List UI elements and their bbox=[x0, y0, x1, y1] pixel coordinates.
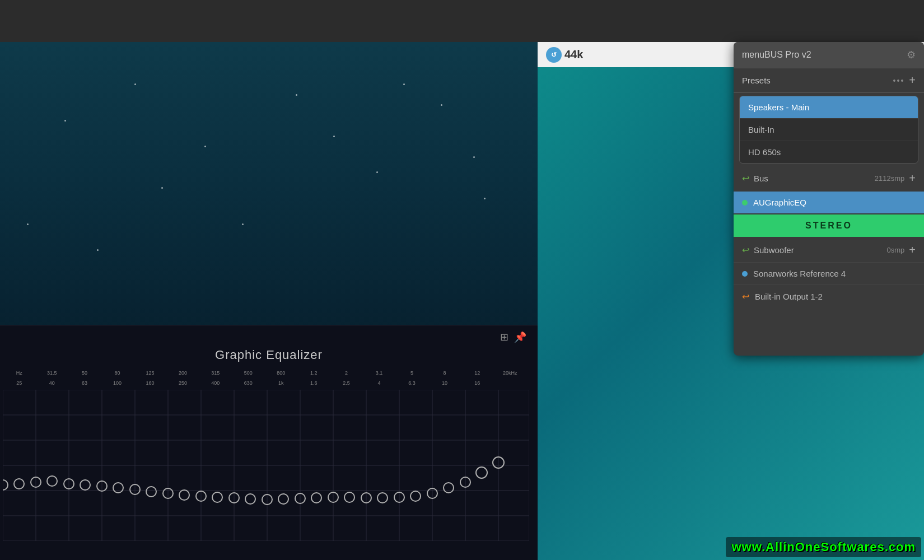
preset-item-speakers-main[interactable]: Speakers - Main bbox=[740, 96, 918, 119]
freq-label: 160 bbox=[134, 380, 166, 386]
piano-icon[interactable]: ⊞ bbox=[500, 331, 508, 343]
builtin-output-icon: ↩ bbox=[742, 291, 749, 302]
bus-left: ↩ Bus bbox=[742, 173, 768, 184]
sonarworks-row[interactable]: Sonarworks Reference 4 bbox=[734, 262, 924, 284]
sample-rate: 44k bbox=[564, 48, 583, 61]
freq-label-20k: 20kHz bbox=[494, 370, 526, 376]
svg-point-47 bbox=[377, 493, 388, 503]
svg-point-37 bbox=[212, 492, 222, 502]
svg-point-41 bbox=[278, 494, 288, 504]
freq-label: 1.6 bbox=[297, 380, 330, 386]
eq-panel: ⊞ 📌 Graphic Equalizer Hz 31.5 50 80 125 … bbox=[0, 325, 538, 560]
freq-label: 80 bbox=[101, 370, 133, 376]
freq-label: 1k bbox=[265, 380, 297, 386]
star bbox=[97, 249, 99, 251]
preset-list: Speakers - Main Built-In HD 650s bbox=[739, 96, 918, 164]
dots-icon[interactable]: ••• bbox=[893, 76, 905, 85]
freq-label: 25 bbox=[3, 380, 35, 386]
eq-svg bbox=[3, 390, 529, 541]
menu-bar bbox=[0, 0, 924, 42]
augraphic-label: AUGraphicEQ bbox=[753, 198, 806, 207]
plugin-window: ⊞ 📌 Graphic Equalizer Hz 31.5 50 80 125 … bbox=[0, 42, 538, 560]
star bbox=[484, 198, 486, 199]
add-preset-icon[interactable]: + bbox=[909, 74, 916, 87]
svg-point-31 bbox=[113, 483, 123, 493]
freq-label: 10 bbox=[428, 380, 461, 386]
add-bus-icon[interactable]: + bbox=[909, 172, 916, 185]
svg-point-33 bbox=[146, 487, 156, 497]
freq-label: 50 bbox=[68, 370, 101, 376]
stereo-label: STEREO bbox=[805, 221, 852, 230]
star bbox=[441, 104, 442, 106]
svg-point-53 bbox=[476, 467, 487, 478]
preset-item-hd650s[interactable]: HD 650s bbox=[740, 141, 918, 163]
freq-label: 63 bbox=[68, 380, 101, 386]
freq-label: 2.5 bbox=[330, 380, 362, 386]
star bbox=[242, 223, 244, 225]
augraphiceq-row[interactable]: AUGraphicEQ bbox=[734, 192, 924, 213]
eq-toolbar: ⊞ 📌 bbox=[500, 331, 526, 343]
watermark: www.AllinOneSoftwares.com bbox=[726, 537, 921, 557]
menubus-panel: menuBUS Pro v2 ⚙ Presets ••• + Speakers … bbox=[734, 42, 924, 356]
svg-point-35 bbox=[179, 490, 189, 500]
preset-label: Built-In bbox=[748, 125, 774, 134]
freq-label: 12 bbox=[461, 370, 493, 376]
subwoofer-row: ↩ Subwoofer 0smp + bbox=[734, 238, 924, 262]
star bbox=[27, 223, 29, 225]
freq-label: 3.1 bbox=[363, 370, 395, 376]
builtin-output-label: Built-in Output 1-2 bbox=[755, 292, 823, 301]
presets-actions: ••• + bbox=[893, 74, 916, 87]
freq-labels-bottom: 25 40 63 100 160 250 400 630 1k 1.6 2.5 … bbox=[0, 377, 526, 389]
eq-grid bbox=[3, 390, 529, 541]
eq-title: Graphic Equalizer bbox=[0, 348, 538, 362]
freq-label: 630 bbox=[232, 380, 264, 386]
star bbox=[473, 156, 475, 158]
watermark-text: www.AllinOneSoftwares.com bbox=[731, 540, 916, 554]
preset-item-builtin[interactable]: Built-In bbox=[740, 119, 918, 141]
bus-row: ↩ Bus 2112smp + bbox=[734, 166, 924, 190]
svg-point-27 bbox=[47, 476, 57, 486]
pin-icon[interactable]: 📌 bbox=[514, 331, 526, 343]
subwoofer-smp: 0smp bbox=[887, 246, 905, 254]
preset-label: Speakers - Main bbox=[748, 102, 809, 112]
panel-header: menuBUS Pro v2 ⚙ bbox=[734, 42, 924, 68]
bus-right: 2112smp + bbox=[875, 172, 916, 185]
svg-point-51 bbox=[444, 483, 454, 493]
freq-label: 8 bbox=[428, 370, 461, 376]
freq-label: 800 bbox=[265, 370, 297, 376]
panel-title: menuBUS Pro v2 bbox=[742, 50, 811, 60]
freq-label: 100 bbox=[101, 380, 133, 386]
freq-label: 250 bbox=[166, 380, 199, 386]
freq-label: 31.5 bbox=[35, 370, 68, 376]
svg-point-29 bbox=[80, 480, 90, 490]
freq-label: 200 bbox=[166, 370, 199, 376]
preset-label: HD 650s bbox=[748, 147, 781, 157]
add-subwoofer-icon[interactable]: + bbox=[909, 244, 916, 256]
star bbox=[134, 83, 136, 85]
sonarworks-status-dot bbox=[742, 271, 748, 277]
bus-icon: ↩ bbox=[742, 173, 749, 184]
settings-icon[interactable]: ⚙ bbox=[907, 49, 916, 61]
freq-label: 315 bbox=[199, 370, 232, 376]
freq-label: 1.2 bbox=[297, 370, 330, 376]
freq-label-hz: Hz bbox=[3, 370, 35, 376]
svg-point-45 bbox=[344, 492, 354, 502]
svg-point-24 bbox=[3, 480, 8, 490]
freq-label: 6.3 bbox=[395, 380, 428, 386]
svg-point-49 bbox=[410, 491, 421, 501]
stereo-row[interactable]: STEREO bbox=[734, 214, 924, 237]
star bbox=[333, 136, 335, 137]
top-strip-left: ↺ 44k bbox=[546, 47, 583, 63]
builtin-output-row[interactable]: ↩ Built-in Output 1-2 bbox=[734, 284, 924, 308]
bus-label[interactable]: Bus bbox=[754, 174, 768, 183]
audio-icon: ↺ bbox=[546, 47, 562, 63]
star bbox=[161, 187, 163, 189]
freq-label: 400 bbox=[199, 380, 232, 386]
subwoofer-icon: ↩ bbox=[742, 245, 749, 255]
freq-labels-top: Hz 31.5 50 80 125 200 315 500 800 1.2 2 … bbox=[0, 367, 526, 379]
subwoofer-label[interactable]: Subwoofer bbox=[754, 245, 794, 255]
svg-point-25 bbox=[14, 479, 24, 489]
star bbox=[403, 83, 405, 85]
star bbox=[376, 171, 378, 173]
freq-label: 16 bbox=[461, 380, 493, 386]
